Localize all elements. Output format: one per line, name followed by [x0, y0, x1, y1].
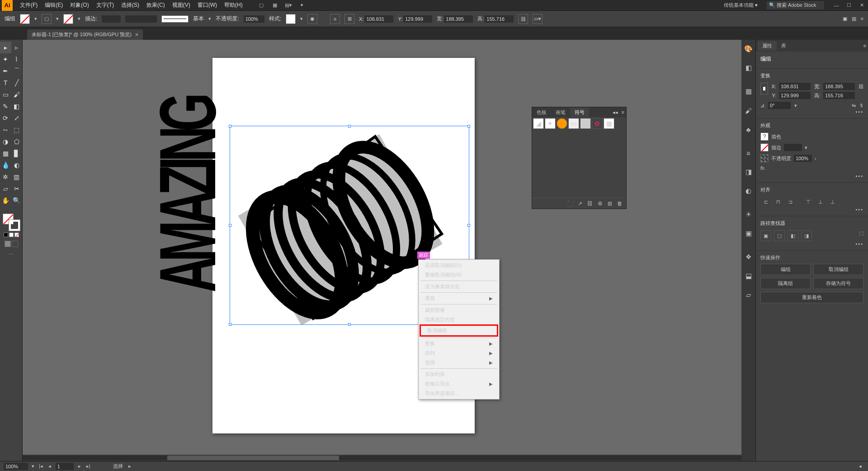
transform-ref-icon[interactable]: ⊞: [344, 14, 354, 24]
screen-mode-full[interactable]: [12, 241, 18, 247]
arrange-icon[interactable]: ▤▾: [284, 1, 292, 10]
context-menu-item[interactable]: 添加到库: [419, 370, 499, 379]
zoom-select[interactable]: [4, 463, 28, 470]
fill-none-swatch[interactable]: [20, 14, 30, 24]
zoom-tool[interactable]: 🔍: [11, 195, 23, 206]
free-transform-tool[interactable]: ⬚: [11, 124, 23, 136]
shaper-tool[interactable]: ✎: [0, 100, 11, 112]
default-fill-white[interactable]: [9, 233, 14, 237]
pathfinder-more-icon[interactable]: •••: [760, 241, 863, 247]
symbol-item[interactable]: ◢: [533, 118, 544, 129]
appear-opacity-icon[interactable]: [760, 154, 769, 162]
brush-definition[interactable]: [161, 15, 189, 23]
qa-recolor-button[interactable]: 重新着色: [760, 292, 863, 303]
shape-options-icon[interactable]: ▭▾: [533, 14, 542, 24]
document-tab-close[interactable]: ×: [135, 31, 139, 38]
symbol-item[interactable]: [557, 118, 567, 129]
type-tool[interactable]: T: [0, 77, 11, 89]
menu-object[interactable]: 对象(O): [66, 1, 92, 9]
sym-break-icon[interactable]: ⛓: [586, 200, 594, 207]
eraser-tool[interactable]: ◧: [11, 100, 23, 112]
menu-effect[interactable]: 效果(C): [143, 1, 169, 9]
sym-delete-icon[interactable]: 🗑: [616, 200, 623, 207]
tab-libraries[interactable]: 库: [777, 41, 791, 51]
rotate-tool[interactable]: ⟳: [0, 112, 11, 124]
context-menu-item[interactable]: 重做取消编组(R): [419, 270, 499, 280]
hamburger-icon[interactable]: ≡: [861, 16, 863, 22]
align-more-icon[interactable]: •••: [760, 207, 863, 212]
sel-handle-mr[interactable]: [467, 224, 470, 227]
prop-angle-input[interactable]: [768, 102, 791, 109]
prop-x-input[interactable]: [779, 83, 811, 90]
sym-panel-collapse-icon[interactable]: ◂◂: [611, 109, 620, 115]
symbol-item[interactable]: ▦: [604, 118, 614, 129]
sel-handle-tr[interactable]: [467, 125, 470, 128]
color-guide-panel-icon[interactable]: ◧: [743, 62, 754, 73]
appear-stroke-weight[interactable]: [784, 144, 802, 151]
h-input[interactable]: [485, 15, 514, 23]
context-menu-item[interactable]: 隔离选定的组: [419, 315, 499, 324]
doc-icon[interactable]: ▢: [257, 1, 265, 10]
graph-tool[interactable]: ▥: [11, 171, 23, 183]
opacity-input[interactable]: [244, 15, 264, 23]
qa-ungroup-button[interactable]: 取消编组: [813, 264, 863, 275]
context-menu-item[interactable]: 选择▶: [419, 358, 499, 367]
canvas-scrollbar-h[interactable]: [23, 455, 741, 461]
graphic-styles-panel-icon[interactable]: ▣: [743, 228, 754, 239]
menu-view[interactable]: 视图(V): [169, 1, 194, 9]
mesh-tool[interactable]: ▦: [0, 147, 11, 159]
stroke-panel-icon[interactable]: ≡: [743, 147, 754, 158]
align-vcenter-icon[interactable]: ⊥: [815, 197, 826, 207]
workspace-switcher[interactable]: 传统基本功能 ▾: [719, 1, 762, 10]
swatches-panel-icon[interactable]: ▦: [743, 86, 754, 97]
artboard-number-input[interactable]: [56, 463, 74, 470]
width-tool[interactable]: ⥊: [0, 124, 11, 136]
context-menu-item[interactable]: 收集以导出▶: [419, 379, 499, 389]
qa-group-button[interactable]: 编组: [760, 264, 811, 275]
edit-icon[interactable]: ▥: [852, 16, 856, 22]
hand-tool[interactable]: ✋: [0, 195, 11, 206]
menu-file[interactable]: 文件(F): [16, 1, 41, 9]
bridge-icon[interactable]: ▦: [271, 1, 279, 10]
x-input[interactable]: [364, 15, 393, 23]
pf-expand-icon[interactable]: ⬚: [859, 230, 863, 241]
appear-fill-swatch[interactable]: ?: [760, 133, 769, 141]
link-wh-icon[interactable]: ⛓: [859, 84, 863, 89]
sym-options-icon[interactable]: ⚙: [596, 200, 604, 207]
sym-tab-brushes[interactable]: 画笔: [551, 108, 570, 117]
document-tab[interactable]: 未标题-1 [已恢复]* @ 100% (RGB/GPU 预览) ×: [27, 29, 143, 40]
context-menu-item[interactable]: 变换▶: [419, 339, 499, 348]
magic-wand-tool[interactable]: ✦: [0, 53, 11, 65]
sym-tab-symbols[interactable]: 符号: [570, 108, 589, 117]
pf-minus-icon[interactable]: ▢: [774, 230, 785, 241]
sym-place-icon[interactable]: ↗: [576, 200, 584, 207]
context-menu-item[interactable]: 设为像素级优化: [419, 282, 499, 291]
asset-export-panel-icon[interactable]: ⬓: [743, 271, 754, 281]
fill-stroke-pair[interactable]: [3, 214, 20, 231]
flip-h-icon[interactable]: ⇋: [852, 103, 856, 109]
context-menu-item[interactable]: 还原取消编组(U): [419, 261, 499, 270]
stroke-weight-input[interactable]: [102, 15, 121, 23]
rectangle-tool[interactable]: ▭: [0, 89, 11, 100]
default-fill-black[interactable]: [4, 233, 8, 237]
search-stock[interactable]: 🔍 搜索 Adobe Stock: [766, 0, 825, 10]
symbol-item[interactable]: ▭: [568, 118, 579, 129]
context-menu-item[interactable]: 排列▶: [419, 348, 499, 358]
appearance-panel-icon[interactable]: ☀: [743, 209, 754, 220]
artboard-first-icon[interactable]: |◂: [38, 463, 44, 469]
context-menu-item[interactable]: 取消编组: [420, 324, 498, 337]
panel-collapse-icon[interactable]: ◂: [856, 463, 864, 469]
default-fill-none[interactable]: [14, 233, 19, 237]
sym-tab-swatches[interactable]: 色板: [532, 108, 551, 117]
menu-help[interactable]: 帮助(H): [221, 1, 246, 9]
brushes-panel-icon[interactable]: 🖌: [743, 105, 754, 116]
menu-edit[interactable]: 编辑(E): [41, 1, 66, 9]
panel-menu-icon[interactable]: ≡: [863, 43, 866, 48]
symbol-item[interactable]: ⚙: [580, 118, 591, 129]
align-right-icon[interactable]: ⊐: [785, 197, 796, 207]
tab-properties[interactable]: 属性: [758, 41, 777, 51]
qa-isolate-button[interactable]: 隔离组: [760, 278, 811, 289]
pf-unite-icon[interactable]: ▣: [760, 230, 771, 241]
sym-panel-menu-icon[interactable]: ≡: [620, 109, 626, 115]
selection-tool[interactable]: ▸: [0, 42, 11, 53]
